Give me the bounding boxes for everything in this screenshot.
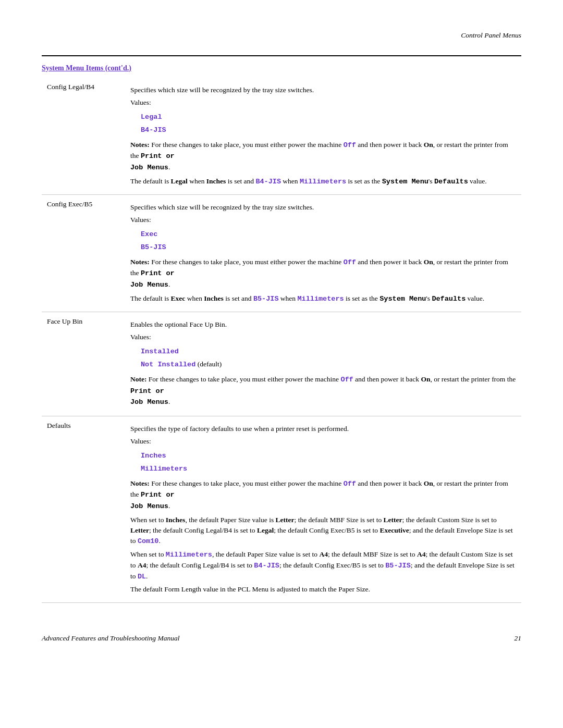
mm-para: When set to Millimeters, the default Pap… bbox=[130, 549, 516, 583]
footer-right: 21 bbox=[515, 634, 522, 643]
table-row: Config Exec/B5 Specifies which size will… bbox=[42, 195, 521, 312]
default-text: The default is Legal when Inches is set … bbox=[130, 176, 516, 187]
values-label: Values: bbox=[130, 97, 516, 108]
values-label: Values: bbox=[130, 436, 516, 447]
note-block: Notes: For these changes to take place, … bbox=[130, 257, 516, 290]
value-not-installed: Not Installed bbox=[141, 361, 195, 368]
page-header: Control Panel Menus bbox=[42, 31, 521, 40]
values-label: Values: bbox=[130, 332, 516, 342]
desc-text: Specifies which size will be recognized … bbox=[130, 202, 516, 213]
form-para: The default Form Length value in the PCL… bbox=[130, 584, 516, 595]
row-content: Specifies which size will be recognized … bbox=[125, 78, 521, 195]
row-label: Defaults bbox=[42, 416, 125, 603]
value-legal: Legal bbox=[141, 113, 162, 121]
row-content: Specifies the type of factory defaults t… bbox=[125, 416, 521, 603]
values-block: Inches Millimeters bbox=[141, 449, 516, 476]
row-content: Specifies which size will be recognized … bbox=[125, 195, 521, 312]
values-label: Values: bbox=[130, 215, 516, 225]
note-block: Note: For these changes to take place, y… bbox=[130, 374, 516, 408]
top-border bbox=[42, 55, 521, 56]
row-label: Config Legal/B4 bbox=[42, 78, 125, 195]
page-footer: Advanced Features and Troubleshooting Ma… bbox=[42, 634, 521, 643]
table-row: Face Up Bin Enables the optional Face Up… bbox=[42, 312, 521, 416]
desc-text: Specifies the type of factory defaults t… bbox=[130, 424, 516, 434]
desc-text: Enables the optional Face Up Bin. bbox=[130, 319, 516, 330]
row-label: Config Exec/B5 bbox=[42, 195, 125, 312]
table-row: Config Legal/B4 Specifies which size wil… bbox=[42, 78, 521, 195]
inches-para: When set to Inches, the default Paper Si… bbox=[130, 515, 516, 547]
section-title: System Menu Items (cont'd.) bbox=[42, 64, 521, 72]
row-label: Face Up Bin bbox=[42, 312, 125, 416]
desc-text: Specifies which size will be recognized … bbox=[130, 85, 516, 95]
table-row: Defaults Specifies the type of factory d… bbox=[42, 416, 521, 603]
values-block: Legal B4-JIS bbox=[141, 110, 516, 137]
default-text: The default is Exec when Inches is set a… bbox=[130, 293, 516, 304]
values-block: Installed Not Installed (default) bbox=[141, 345, 516, 372]
value-b4jis: B4-JIS bbox=[141, 126, 166, 134]
values-block: Exec B5-JIS bbox=[141, 228, 516, 254]
note-block: Notes: For these changes to take place, … bbox=[130, 478, 516, 512]
value-b5jis: B5-JIS bbox=[141, 243, 166, 251]
value-inches: Inches bbox=[141, 452, 166, 460]
value-millimeters: Millimeters bbox=[141, 465, 187, 473]
content-table: Config Legal/B4 Specifies which size wil… bbox=[42, 78, 521, 603]
footer-left: Advanced Features and Troubleshooting Ma… bbox=[42, 634, 179, 643]
value-installed: Installed bbox=[141, 348, 179, 355]
value-exec: Exec bbox=[141, 230, 157, 238]
row-content: Enables the optional Face Up Bin. Values… bbox=[125, 312, 521, 416]
note-block: Notes: For these changes to take place, … bbox=[130, 140, 516, 173]
